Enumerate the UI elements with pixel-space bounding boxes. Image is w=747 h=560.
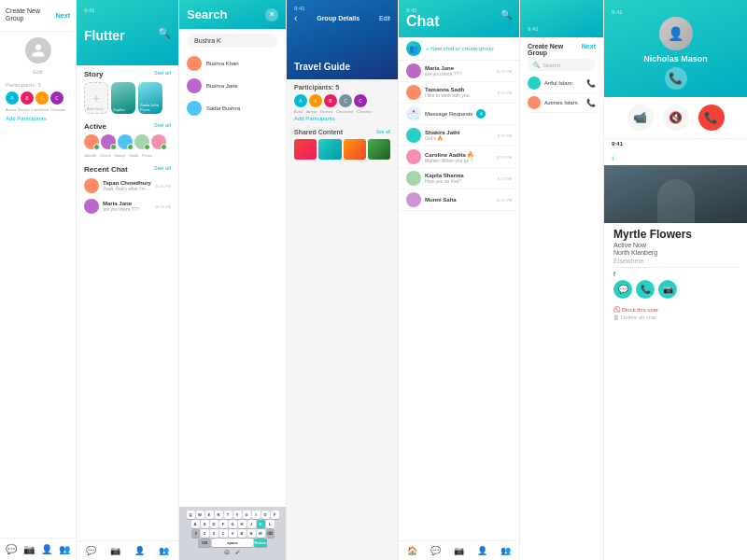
end-call-button[interactable]: 📞 — [698, 105, 725, 131]
key-d[interactable]: D — [210, 520, 218, 528]
key-a[interactable]: A — [191, 520, 200, 528]
key-e[interactable]: E — [205, 511, 214, 519]
story-see-all[interactable]: See all — [154, 70, 171, 78]
key-j[interactable]: J — [247, 520, 256, 528]
camera-action-button[interactable]: 📷 — [658, 280, 677, 299]
key-i[interactable]: I — [252, 511, 261, 519]
key-l[interactable]: L — [266, 520, 275, 528]
chat-list-item[interactable]: Tapan Chowdhury Yeah, that's what I'm sa… — [77, 175, 178, 196]
key-z[interactable]: Z — [201, 529, 209, 538]
chat-avatar — [84, 199, 99, 214]
mute-button[interactable]: 🔇 — [663, 105, 689, 131]
nav-person-icon[interactable]: 👤 — [41, 544, 52, 554]
key-k[interactable]: K — [257, 520, 265, 528]
emoji-key[interactable]: ☺ — [223, 548, 231, 556]
add-participants-button[interactable]: Add Participants — [6, 116, 70, 121]
close-button[interactable]: ✕ — [265, 8, 278, 21]
contact-search[interactable]: 🔍 Search — [528, 59, 596, 71]
key-u[interactable]: U — [243, 511, 251, 519]
nav-camera-icon[interactable]: 📷 — [23, 544, 35, 554]
call-button[interactable]: 📞 — [665, 67, 687, 90]
nav-chat-icon[interactable]: 💬 — [430, 546, 441, 555]
contact-item[interactable]: Azimes Islam 📞 — [528, 93, 596, 113]
message-item[interactable]: Shakira Jathi Got it 🔥 6:05 PM — [399, 125, 519, 147]
key-f[interactable]: F — [219, 520, 228, 528]
nav-chat-icon[interactable]: 💬 — [6, 544, 17, 554]
call-icon[interactable]: 📞 — [586, 99, 596, 107]
chat-action-button[interactable]: 💬 — [613, 280, 632, 299]
microphone-icon[interactable]: 🎤 — [235, 550, 240, 554]
search-input[interactable]: Bushra K — [187, 34, 278, 48]
nav-group-icon[interactable]: 👥 — [500, 546, 511, 555]
nav-home-icon[interactable]: 🏠 — [407, 546, 417, 555]
edit-button[interactable]: Edit — [379, 15, 390, 21]
nav-camera-icon[interactable]: 📷 — [110, 546, 120, 555]
key-h[interactable]: H — [238, 520, 247, 528]
delete-label: Delete all chat — [621, 315, 656, 320]
nav-person-icon[interactable]: 👤 — [477, 546, 487, 555]
group-avatar[interactable] — [25, 37, 51, 63]
back-button[interactable]: ‹ — [294, 13, 297, 23]
key-t[interactable]: T — [224, 511, 233, 519]
key-q[interactable]: Q — [187, 511, 195, 519]
next-button[interactable]: Next — [582, 43, 596, 56]
key-o[interactable]: O — [261, 511, 270, 519]
delete-chat-button[interactable]: 🗑 Delete all chat — [613, 315, 738, 320]
media-item[interactable] — [344, 139, 366, 160]
key-123[interactable]: 123 — [198, 539, 211, 547]
key-s[interactable]: S — [201, 520, 209, 528]
back-button[interactable]: ‹ — [604, 153, 622, 163]
media-item[interactable] — [294, 139, 317, 160]
new-group-button[interactable]: 👥 + New chat or create group — [399, 37, 519, 61]
key-r[interactable]: R — [215, 511, 223, 519]
media-item[interactable] — [318, 139, 341, 160]
call-icon[interactable]: 📞 — [586, 79, 596, 88]
key-return[interactable]: Return — [254, 539, 267, 547]
message-item[interactable]: Tamanna Sadh I like to work with you. 8:… — [399, 82, 519, 104]
add-participants-button[interactable]: Add Participants — [287, 114, 398, 125]
key-x[interactable]: X — [210, 529, 218, 538]
message-preview: I like to work with you. — [425, 92, 494, 98]
message-item[interactable]: Kapila Sharma How you do that? 8:53 PM — [399, 168, 519, 189]
contact-item[interactable]: Ariful Islam 📞 — [528, 74, 596, 93]
search-result-item[interactable]: Bushra Khan — [179, 52, 286, 75]
add-story-button[interactable]: + Add Story — [84, 82, 108, 114]
active-see-all[interactable]: See all — [154, 122, 171, 131]
key-c[interactable]: C — [219, 529, 228, 538]
block-user-button[interactable]: 🚫 Block this user — [613, 306, 738, 313]
key-n[interactable]: N — [247, 529, 256, 538]
key-space[interactable]: space — [212, 539, 253, 547]
key-b[interactable]: B — [238, 529, 247, 538]
nav-camera-icon[interactable]: 📷 — [454, 546, 464, 555]
message-item[interactable]: Munni Saha 12:45 PM — [399, 189, 519, 211]
key-p[interactable]: P — [271, 511, 279, 519]
nav-group-icon[interactable]: 👥 — [59, 544, 70, 554]
key-shift[interactable]: ⇧ — [191, 529, 200, 538]
search-result-item[interactable]: Bushra Jane — [179, 75, 286, 97]
search-icon[interactable]: 🔍 — [158, 27, 171, 39]
key-m[interactable]: M — [257, 529, 265, 538]
key-v[interactable]: V — [229, 529, 237, 538]
media-item[interactable] — [368, 139, 390, 160]
key-y[interactable]: Y — [233, 511, 242, 519]
search-result-item[interactable]: Sadia Bushra — [179, 97, 286, 119]
key-g[interactable]: G — [229, 520, 237, 528]
chat-list-item[interactable]: Maria Jane are you there ??? 10:34 PM — [77, 196, 178, 217]
next-button[interactable]: Next — [56, 12, 70, 19]
key-backspace[interactable]: ⌫ — [266, 529, 275, 538]
shared-see-all[interactable]: See all — [376, 129, 390, 135]
recent-see-all[interactable]: See all — [154, 165, 171, 174]
story-item[interactable]: Sadia Jeha Prova — [138, 82, 162, 114]
video-button[interactable]: 📹 — [627, 105, 654, 131]
active-status: Active Now — [613, 242, 738, 248]
message-item[interactable]: Caroline Aadita 🔥 Mahim: When you go ? 1… — [399, 147, 519, 168]
chat-title: Chat — [406, 13, 440, 30]
message-item[interactable]: Maria Jane are you there ??? 12:34 PM — [399, 61, 519, 82]
nav-person-icon[interactable]: 👤 — [134, 546, 145, 555]
nav-group-icon[interactable]: 👥 — [159, 546, 169, 555]
key-w[interactable]: W — [196, 511, 204, 519]
message-requests-item[interactable]: 📩 Message Requests 4 — [399, 104, 519, 125]
nav-chat-icon[interactable]: 💬 — [86, 546, 96, 555]
call-action-button[interactable]: 📞 — [636, 280, 655, 299]
story-item[interactable]: Sophia — [111, 82, 135, 114]
